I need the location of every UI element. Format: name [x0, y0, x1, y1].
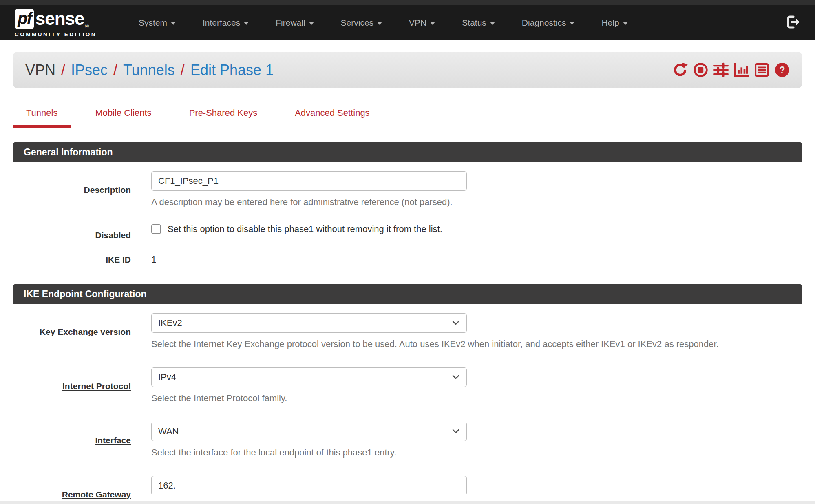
section-general-information: General Information Description A descri… — [13, 142, 802, 274]
tab-label: Advanced Settings — [295, 108, 369, 118]
menu-item-interfaces[interactable]: Interfaces — [189, 18, 262, 28]
menu-label: System — [139, 18, 167, 28]
menu-item-services[interactable]: Services — [327, 18, 396, 28]
sliders-icon[interactable] — [713, 62, 729, 77]
menu-item-firewall[interactable]: Firewall — [262, 18, 327, 28]
interface-help-text: Select the interface for the local endpo… — [151, 447, 785, 458]
form-row-remote-gateway: Remote Gateway Enter the public IP addre… — [13, 466, 802, 504]
ike-id-label: IKE ID — [106, 255, 131, 264]
select-value: IPv4 — [158, 372, 176, 382]
breadcrumb-separator: / — [61, 62, 65, 79]
tab-pre-shared-keys[interactable]: Pre-Shared Keys — [176, 104, 271, 125]
refresh-icon[interactable] — [673, 62, 688, 77]
breadcrumb-link-edit-phase-1[interactable]: Edit Phase 1 — [190, 62, 274, 79]
chevron-down-icon — [452, 318, 460, 328]
form-row-key-exchange-version: Key Exchange version IKEv2 Select the In… — [13, 304, 802, 358]
select-value: WAN — [158, 426, 179, 437]
menu-item-status[interactable]: Status — [448, 18, 508, 28]
chevron-down-icon — [623, 22, 628, 25]
top-navbar: pf sense ® COMMUNITY EDITION System Inte… — [0, 5, 815, 40]
help-icon[interactable]: ? — [775, 62, 790, 77]
menu-item-system[interactable]: System — [125, 18, 189, 28]
form-row-internet-protocol: Internet Protocol IPv4 Select the Intern… — [13, 358, 802, 412]
disabled-checkbox[interactable] — [151, 224, 161, 234]
description-label: Description — [84, 185, 131, 195]
ike-id-value: 1 — [151, 254, 156, 265]
pfsense-logo[interactable]: pf sense ® COMMUNITY EDITION — [15, 9, 97, 38]
breadcrumb-vpn: VPN — [25, 62, 55, 79]
community-edition-label: COMMUNITY EDITION — [15, 31, 97, 38]
tab-advanced-settings[interactable]: Advanced Settings — [282, 104, 382, 125]
sense-logo-text: sense — [35, 10, 84, 28]
logout-button[interactable] — [786, 15, 800, 31]
section-title-general-information: General Information — [13, 142, 802, 162]
pfsense-page: pf sense ® COMMUNITY EDITION System Inte… — [0, 0, 815, 504]
form-row-ike-id: IKE ID 1 — [13, 247, 802, 274]
section-ike-endpoint-configuration: IKE Endpoint Configuration Key Exchange … — [13, 284, 802, 504]
chevron-down-icon — [309, 22, 314, 25]
select-value: IKEv2 — [158, 318, 182, 328]
disabled-checkbox-label: Set this option to disable this phase1 w… — [168, 224, 442, 234]
menu-label: Status — [462, 18, 486, 28]
internet-protocol-label: Internet Protocol — [62, 381, 131, 391]
tab-tunnels[interactable]: Tunnels — [13, 104, 71, 128]
internet-protocol-select[interactable]: IPv4 — [151, 367, 467, 387]
chevron-down-icon — [452, 426, 460, 437]
chevron-down-icon — [452, 372, 460, 382]
description-help-text: A description may be entered here for ad… — [151, 197, 785, 208]
menu-label: Help — [601, 18, 619, 28]
remote-gateway-label: Remote Gateway — [62, 490, 131, 499]
menu-item-vpn[interactable]: VPN — [395, 18, 448, 28]
breadcrumb-link-tunnels[interactable]: Tunnels — [123, 62, 175, 79]
pf-logo-mark: pf — [15, 9, 34, 29]
registered-mark: ® — [85, 23, 89, 29]
tab-bar: Tunnels Mobile Clients Pre-Shared Keys A… — [13, 104, 802, 128]
section-body: Key Exchange version IKEv2 Select the In… — [13, 304, 802, 504]
form-row-description: Description A description may be entered… — [13, 162, 802, 216]
list-icon[interactable] — [754, 62, 769, 77]
form-row-disabled: Disabled Set this option to disable this… — [13, 216, 802, 247]
tab-mobile-clients[interactable]: Mobile Clients — [82, 104, 164, 125]
breadcrumb-actions: ? — [673, 62, 790, 77]
menu-label: Interfaces — [203, 18, 240, 28]
breadcrumb: VPN / IPsec / Tunnels / Edit Phase 1 — [13, 52, 802, 88]
svg-text:?: ? — [779, 65, 785, 75]
form-row-interface: Interface WAN Select the interface for t… — [13, 412, 802, 466]
sign-out-icon — [786, 15, 800, 31]
tab-label: Pre-Shared Keys — [189, 108, 258, 118]
breadcrumb-trail: VPN / IPsec / Tunnels / Edit Phase 1 — [25, 62, 274, 79]
page-bottom-strip — [0, 501, 815, 504]
breadcrumb-link-ipsec[interactable]: IPsec — [71, 62, 108, 79]
stop-circle-icon[interactable] — [693, 62, 708, 77]
navbar-top-strip — [0, 0, 815, 5]
chevron-down-icon — [430, 22, 435, 25]
disabled-label: Disabled — [95, 230, 131, 240]
chevron-down-icon — [171, 22, 176, 25]
breadcrumb-separator: / — [181, 62, 185, 79]
pf-logo-text: pf — [18, 9, 31, 27]
chevron-down-icon — [490, 22, 495, 25]
key-exchange-version-label: Key Exchange version — [40, 327, 131, 336]
menu-label: Services — [341, 18, 374, 28]
internet-protocol-help-text: Select the Internet Protocol family. — [151, 393, 785, 404]
tab-label: Mobile Clients — [95, 108, 151, 118]
description-input[interactable] — [151, 171, 467, 191]
section-body: Description A description may be entered… — [13, 162, 802, 274]
interface-label: Interface — [95, 435, 131, 445]
chevron-down-icon — [377, 22, 382, 25]
menu-item-help[interactable]: Help — [588, 18, 641, 28]
key-exchange-version-select[interactable]: IKEv2 — [151, 313, 467, 333]
menu-item-diagnostics[interactable]: Diagnostics — [508, 18, 588, 28]
breadcrumb-separator: / — [113, 62, 117, 79]
section-title-ike-endpoint-configuration: IKE Endpoint Configuration — [13, 284, 802, 304]
menu-label: VPN — [409, 18, 426, 28]
interface-select[interactable]: WAN — [151, 422, 467, 441]
remote-gateway-input[interactable] — [151, 476, 467, 495]
tab-label: Tunnels — [26, 108, 57, 118]
menu-label: Firewall — [276, 18, 305, 28]
menu-label: Diagnostics — [522, 18, 566, 28]
chevron-down-icon — [570, 22, 574, 25]
bar-chart-icon[interactable] — [734, 62, 749, 77]
key-exchange-version-help-text: Select the Internet Key Exchange protoco… — [151, 339, 785, 349]
chevron-down-icon — [244, 22, 249, 25]
